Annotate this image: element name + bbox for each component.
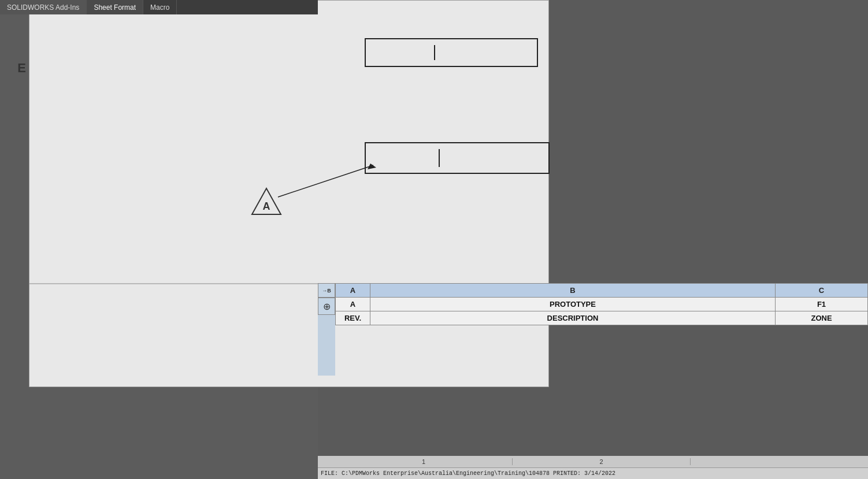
cell-7-a[interactable]: A <box>336 298 370 311</box>
table-row: REV. DESCRIPTION ZONE <box>336 311 868 325</box>
header-col-b: B <box>370 284 776 298</box>
menu-item-macro[interactable]: Macro <box>143 0 177 14</box>
menu-bar: SOLIDWORKS Add-Ins Sheet Format Macro <box>0 0 318 14</box>
move-handle-top-icon: →B <box>322 288 331 294</box>
row-e-label: E <box>0 61 29 76</box>
spreadsheet-table: A B C A PROTOTYPE F1 REV. DESCRIPTION ZO… <box>335 283 868 325</box>
move-handle-top[interactable]: →B <box>318 283 335 298</box>
header-row: A B C <box>336 284 868 298</box>
col-num-2: 2 <box>513 458 690 465</box>
cell-7-c[interactable]: F1 <box>776 298 868 311</box>
status-text: FILE: C:\PDMWorks Enterprise\Australia\E… <box>321 470 615 477</box>
header-col-a: A <box>336 284 370 298</box>
cell-8-a[interactable]: REV. <box>336 311 370 325</box>
svg-line-0 <box>278 165 373 197</box>
drawing-svg: A <box>29 1 548 387</box>
status-bar: FILE: C:\PDMWorks Enterprise\Australia\E… <box>318 467 868 479</box>
menu-item-solidworks-addins[interactable]: SOLIDWORKS Add-Ins <box>0 0 87 14</box>
cell-8-b[interactable]: DESCRIPTION <box>370 311 776 325</box>
spreadsheet-table-wrapper: A B C A PROTOTYPE F1 REV. DESCRIPTION ZO… <box>335 283 868 325</box>
col-num-row: 1 2 <box>318 456 868 467</box>
col-num-1: 1 <box>335 458 513 465</box>
cell-8-c[interactable]: ZONE <box>776 311 868 325</box>
move-handle-main[interactable] <box>318 298 335 315</box>
table-row: A PROTOTYPE F1 <box>336 298 868 311</box>
svg-text:A: A <box>263 200 270 212</box>
drawing-sheet: A <box>29 0 549 387</box>
cell-7-b[interactable]: PROTOTYPE <box>370 298 776 311</box>
header-col-c: C <box>776 284 868 298</box>
menu-item-sheet-format[interactable]: Sheet Format <box>87 0 143 14</box>
move-icon <box>323 301 331 312</box>
